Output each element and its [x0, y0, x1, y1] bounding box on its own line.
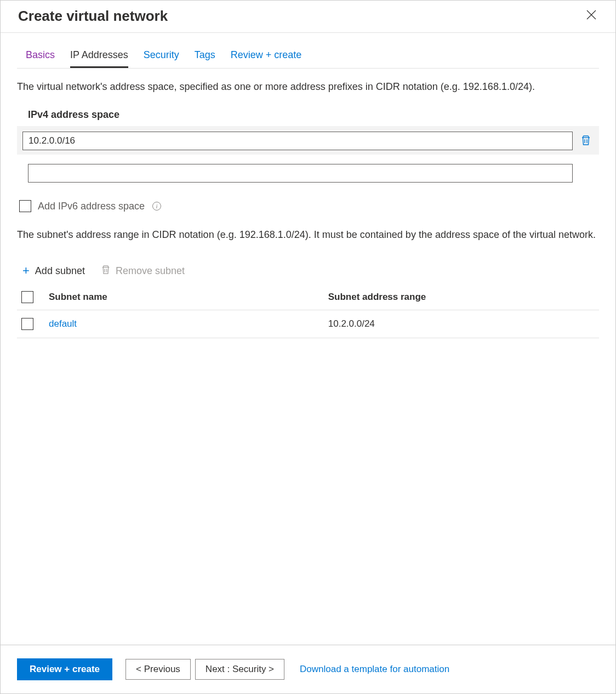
tab-basics[interactable]: Basics	[26, 49, 55, 68]
column-header-name: Subnet name	[44, 285, 324, 310]
panel-title: Create virtual network	[18, 8, 168, 25]
tab-security[interactable]: Security	[144, 49, 179, 68]
trash-icon	[581, 135, 591, 147]
trash-icon	[101, 265, 110, 277]
table-header-row: Subnet name Subnet address range	[17, 285, 599, 310]
subnet-toolbar: + Add subnet Remove subnet	[17, 257, 599, 285]
remove-subnet-label: Remove subnet	[116, 265, 185, 277]
address-space-row	[22, 132, 594, 150]
address-space-input-empty[interactable]	[28, 164, 573, 183]
subnet-intro-text: The subnet's address range in CIDR notat…	[17, 227, 599, 242]
next-button[interactable]: Next : Security >	[195, 659, 284, 680]
panel-header: Create virtual network	[1, 1, 615, 33]
row-checkbox[interactable]	[21, 318, 33, 330]
download-template-link[interactable]: Download a template for automation	[300, 664, 449, 675]
create-vnet-panel: Create virtual network Basics IP Address…	[0, 0, 616, 694]
subnet-table: Subnet name Subnet address range default…	[17, 285, 599, 338]
delete-address-space-button[interactable]	[578, 133, 594, 149]
add-subnet-label: Add subnet	[35, 265, 85, 277]
info-icon[interactable]: i	[152, 202, 161, 211]
subnet-name-link[interactable]: default	[49, 318, 77, 329]
ipv4-address-space-box	[17, 126, 599, 155]
review-create-button[interactable]: Review + create	[17, 658, 112, 680]
select-all-checkbox[interactable]	[21, 291, 33, 303]
tab-ip-addresses[interactable]: IP Addresses	[70, 49, 128, 68]
tab-review-create[interactable]: Review + create	[231, 49, 302, 68]
ipv4-intro-text: The virtual network's address space, spe…	[17, 79, 599, 94]
subnet-range-cell: 10.2.0.0/24	[324, 310, 599, 338]
nav-button-group: < Previous Next : Security >	[126, 659, 284, 680]
table-row: default 10.2.0.0/24	[17, 310, 599, 338]
plus-icon: +	[22, 264, 30, 278]
remove-subnet-button: Remove subnet	[101, 264, 185, 278]
column-header-range: Subnet address range	[324, 285, 599, 310]
ipv6-checkbox[interactable]	[19, 200, 31, 212]
close-button[interactable]	[583, 7, 600, 25]
address-space-input[interactable]	[22, 132, 573, 150]
panel-footer: Review + create < Previous Next : Securi…	[1, 645, 615, 693]
panel-content: Basics IP Addresses Security Tags Review…	[1, 33, 615, 645]
previous-button[interactable]: < Previous	[126, 659, 191, 680]
address-space-empty-row	[17, 161, 599, 188]
tab-tags[interactable]: Tags	[195, 49, 215, 68]
ipv6-checkbox-label: Add IPv6 address space	[38, 201, 145, 212]
add-subnet-button[interactable]: + Add subnet	[22, 264, 85, 278]
ipv6-checkbox-row: Add IPv6 address space i	[19, 200, 599, 212]
close-icon	[586, 9, 596, 23]
tab-strip: Basics IP Addresses Security Tags Review…	[17, 49, 599, 69]
ipv4-section-label: IPv4 address space	[17, 109, 599, 121]
